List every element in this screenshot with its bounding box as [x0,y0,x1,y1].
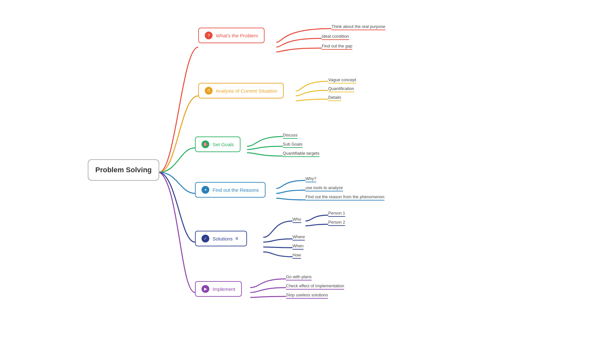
node-solutions[interactable]: ✓ Solutions ≡ [195,231,247,246]
leaf-how: How [292,253,301,259]
leaf-find-gap: Find out the gap [322,44,352,50]
reasons-label: Find out the Reasons [213,187,259,193]
root-node: Problem Solving [88,159,159,181]
leaf-phenomenon: Find out the reason from the phenomenon [306,194,384,201]
goals-icon: 🎯 [202,140,209,148]
analysis-icon: ⏱ [205,87,213,95]
leaf-quantification: Quantification [328,86,354,92]
solutions-label: Solutions [213,236,233,241]
leaf-stop-useless: Stop useless solutions [286,292,328,299]
solutions-menu-icon: ≡ [235,236,238,241]
leaf-ideal-condition: Ideal condition [322,34,349,40]
leaf-check-effect: Check effect of Implementation [286,283,344,290]
leaf-go-plans: Go with plans [286,274,312,280]
leaf-who: Who [292,217,301,223]
leaf-vague: Vague concept [328,77,356,84]
leaf-think-purpose: Think about the real purpose [332,24,385,30]
leaf-discuss: Discuss [283,133,298,139]
leaf-quantifiable: Quantifiable targets [283,151,319,157]
node-reasons[interactable]: ✦ Find out the Reasons [195,182,266,198]
leaf-person1: Person 1 [328,211,345,217]
node-problem[interactable]: ? What's the Problem [198,28,265,43]
root-label: Problem Solving [95,166,152,174]
leaf-when: When [292,243,304,250]
analysis-label: Analysis of Current Situation [216,88,277,94]
problem-icon: ? [205,32,213,39]
implement-icon: ▶ [202,285,209,293]
node-implement[interactable]: ▶ Implement [195,281,242,297]
leaf-where: Where [292,234,305,240]
leaf-person2: Person 2 [328,220,345,226]
goals-label: Set Goals [213,142,234,147]
leaf-why: Why? [306,176,316,182]
node-goals[interactable]: 🎯 Set Goals [195,136,240,152]
leaf-subgoals: Sub Goals [283,142,303,148]
reasons-icon: ✦ [202,186,209,194]
problem-label: What's the Problem [216,33,258,38]
implement-label: Implement [213,286,235,292]
leaf-details: Details [328,95,341,101]
solutions-icon: ✓ [202,235,209,242]
leaf-tools: use tools to analyze [306,185,343,191]
node-analysis[interactable]: ⏱ Analysis of Current Situation [198,83,284,98]
